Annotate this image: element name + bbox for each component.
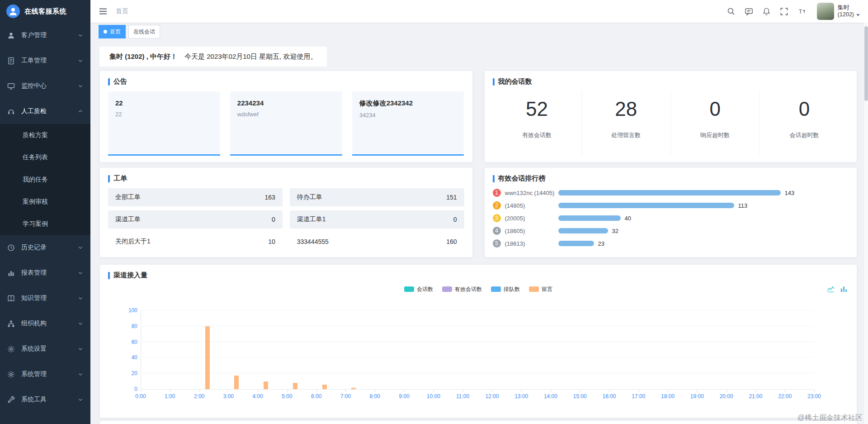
scrollbar-thumb[interactable] [864,26,868,101]
sidebar-item-sys-tools[interactable]: 系统工具 [0,387,90,412]
x-axis-tick [521,390,522,392]
workorder-item[interactable]: 关闭后大于110 [108,233,283,251]
sidebar-item-reports[interactable]: 报表管理 [0,260,90,286]
sidebar-item-sys-manage[interactable]: 系统管理 [0,362,90,387]
announcement-title: 22 [115,99,213,107]
legend-swatch [442,286,452,292]
ranking-value: 40 [625,215,631,222]
chart-bar [293,383,297,389]
stat-label: 有效会话数 [493,131,581,139]
app-logo: 在线客服系统 [0,0,90,23]
x-axis-tick [404,390,405,392]
hamburger-icon[interactable] [99,7,108,16]
x-axis-label: 1:00 [165,393,175,400]
announcement-item[interactable]: 修改修改234234234234 [352,91,464,156]
tab-label: 首页 [110,28,121,36]
font-size-icon[interactable]: T [797,7,806,16]
rank-badge: 2 [493,201,501,210]
ranking-row[interactable]: 5(18613)23 [493,239,849,248]
session-stat: 52有效会话数 [493,91,582,156]
ranking-row[interactable]: 4(18605)32 [493,226,849,235]
sidebar-subitem-study-cases[interactable]: 学习案例 [0,213,90,235]
sidebar-item-sys-settings[interactable]: 系统设置 [0,336,90,362]
chart-type-toggles [827,285,848,293]
bar-chart-icon[interactable] [840,285,848,293]
x-axis-label: 15:00 [573,393,587,400]
x-axis-tick [697,390,698,392]
x-axis-tick [434,390,434,392]
sidebar-item-history[interactable]: 历史记录 [0,235,90,260]
message-icon[interactable] [745,7,753,16]
bell-icon[interactable] [762,7,771,16]
workorder-value: 0 [272,216,275,223]
title-marker [493,78,495,86]
session-stat: 28处理留言数 [582,91,671,156]
greeting-bar: 集时 (1202) , 中午好！今天是 2023年02月10日 星期五, 欢迎使… [99,47,327,67]
sidebar-subitem-my-tasks[interactable]: 我的任务 [0,168,90,191]
sidebar-item-customer[interactable]: 客户管理 [0,23,90,48]
org-icon [7,320,15,328]
x-axis-label: 14:00 [544,393,557,400]
sidebar-item-knowledge[interactable]: 知识管理 [0,286,90,311]
rank-badge: 1 [493,189,501,197]
sidebar-subitem-task-list[interactable]: 任务列表 [0,146,90,168]
announcement-item[interactable]: 2222 [108,91,220,156]
stat-value: 0 [760,98,849,120]
tab-home[interactable]: 首页 [99,25,126,38]
sidebar-item-organization[interactable]: 组织机构 [0,311,90,336]
ranking-bar [558,203,734,208]
legend-label: 有效会话数 [455,286,482,293]
legend-item-2[interactable]: 排队数 [491,286,520,293]
ranking-row[interactable]: 2(14805)113 [493,201,849,210]
x-axis-label: 21:00 [749,393,762,400]
legend-item-0[interactable]: 会话数 [404,286,433,293]
chart-bar [322,385,327,389]
chart-bar [205,326,210,389]
sidebar-item-quality-check[interactable]: 人工质检 [0,99,90,124]
app-root: 在线客服系统 客户管理工单管理监控中心人工质检质检方案任务列表我的任务案例审核学… [0,0,868,424]
channel-chart-title-text: 渠道接入量 [113,271,147,280]
workorder-item[interactable]: 待办工单151 [290,188,464,206]
sidebar-item-workorder[interactable]: 工单管理 [0,48,90,73]
x-axis-label: 4:00 [252,393,263,400]
main-area: 首页 T 集时 (1202) [90,0,868,424]
search-icon[interactable] [727,7,736,16]
user-meta: 集时 (1202) [838,4,860,19]
announcement-title: 2234234 [237,99,335,107]
legend-item-3[interactable]: 留言 [529,286,552,293]
workorder-item[interactable]: 333444555160 [290,233,464,251]
sessions-card: 我的会话数 52有效会话数28处理留言数0响应超时数0会话超时数 [484,71,858,162]
rank-badge: 5 [493,239,501,248]
workorder-item[interactable]: 全部工单163 [108,188,283,206]
chart-legend: 会话数有效会话数排队数留言 [404,286,552,293]
app-title: 在线客服系统 [24,7,66,16]
scrollbar-track[interactable] [863,23,868,424]
ranking-row[interactable]: 1wwn132nc (14405)143 [493,188,849,197]
sidebar-item-label: 客户管理 [21,31,78,39]
fullscreen-icon[interactable] [780,7,788,16]
tab-online-session[interactable]: 在线会话 [128,25,160,38]
workorder-label: 333444555 [297,238,329,245]
x-axis-tick [170,390,170,392]
workorder-item[interactable]: 渠道工单0 [108,210,283,229]
y-axis-label: 20 [120,370,137,376]
line-chart-icon[interactable] [827,285,835,293]
x-axis-tick [199,390,200,392]
announcement-item[interactable]: 2234234wdsfwef [230,91,342,156]
legend-item-1[interactable]: 有效会话数 [442,286,482,293]
workorders-title-text: 工单 [113,174,127,183]
workorder-value: 160 [446,238,457,245]
ranking-row[interactable]: 3(20005)40 [493,214,849,223]
chevron-down-icon [78,83,83,89]
sidebar-subitem-case-review[interactable]: 案例审核 [0,191,90,213]
chevron-down-icon [78,321,83,326]
user-name: 集时 [838,4,860,11]
ranking-value: 23 [598,240,604,247]
workorder-item[interactable]: 渠道工单10 [290,210,464,229]
chart-bar [234,376,239,389]
ranking-value: 143 [785,190,795,196]
sidebar-item-monitor[interactable]: 监控中心 [0,73,90,99]
topbar-actions: T 集时 (1202) [727,3,860,20]
user-menu[interactable]: 集时 (1202) [817,3,860,20]
sidebar-subitem-qc-plan[interactable]: 质检方案 [0,124,90,146]
